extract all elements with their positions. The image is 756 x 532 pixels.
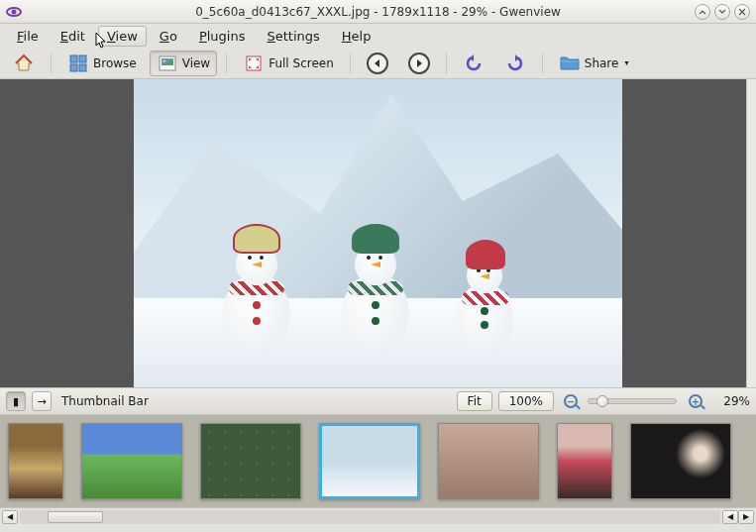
close-button[interactable] [734, 4, 750, 20]
svg-rect-2 [70, 55, 77, 62]
browse-button[interactable]: Browse [60, 51, 144, 76]
chevron-down-icon: ▾ [624, 58, 628, 67]
sidebar-handle[interactable] [746, 79, 756, 387]
menu-plugins[interactable]: Plugins [190, 26, 255, 47]
rotate-left-icon [463, 53, 485, 74]
svg-rect-4 [70, 64, 77, 71]
home-icon [13, 53, 35, 74]
fullscreen-icon [243, 53, 265, 74]
fit-button[interactable]: Fit [457, 391, 492, 411]
menu-go[interactable]: Go [151, 26, 186, 47]
window-title: 0_5c60a_d0413c67_XXXL.jpg - 1789x1118 - … [195, 5, 561, 19]
menu-file[interactable]: File [8, 26, 48, 47]
prev-button[interactable] [360, 51, 395, 76]
home-button[interactable] [6, 51, 42, 76]
browse-icon [67, 53, 89, 74]
menu-help[interactable]: Help [333, 26, 380, 47]
thumbnail-1[interactable] [81, 423, 182, 499]
scroll-track[interactable] [20, 510, 720, 524]
browse-label: Browse [93, 56, 137, 70]
thumbnail-6[interactable] [630, 423, 731, 499]
slider-thumb[interactable] [596, 395, 608, 407]
next-icon [408, 53, 430, 74]
scroll-right-button[interactable]: ▶ [738, 510, 754, 524]
zoom-slider[interactable] [588, 398, 677, 404]
svg-rect-5 [79, 64, 86, 71]
rotate-left-button[interactable] [456, 51, 491, 76]
fullscreen-label: Full Screen [269, 56, 334, 70]
view-icon [157, 53, 178, 74]
view-label: View [182, 56, 210, 70]
zoom-percent-label: 29% [714, 394, 750, 408]
rotate-right-icon [504, 53, 526, 74]
scroll-left-button[interactable]: ◀ [2, 510, 18, 524]
thumbnail-strip [0, 415, 756, 507]
minimize-button[interactable] [695, 4, 710, 20]
menubar: File Edit View Go Plugins Settings Help [0, 24, 756, 48]
control-bar: ▮ → Thumbnail Bar Fit 100% − + 29% [0, 387, 756, 415]
rotate-right-button[interactable] [497, 51, 533, 76]
svg-rect-3 [79, 55, 86, 62]
thumbnail-2[interactable] [200, 423, 301, 499]
zoom-out-icon[interactable]: − [564, 394, 578, 408]
thumbnail-0[interactable] [8, 423, 63, 499]
image-viewer[interactable] [0, 79, 756, 387]
view-button[interactable]: View [150, 51, 217, 76]
prev-icon [367, 53, 388, 74]
zoom-in-icon[interactable]: + [689, 394, 702, 408]
next-button[interactable] [401, 51, 437, 76]
svg-point-1 [12, 9, 17, 14]
thumbnail-5[interactable] [557, 423, 612, 499]
thumbnail-bar-label: Thumbnail Bar [61, 394, 149, 408]
app-icon [6, 4, 22, 20]
thumbnail-3[interactable] [319, 423, 420, 499]
maximize-button[interactable] [714, 4, 730, 20]
thumbnail-4[interactable] [438, 423, 539, 499]
scroll-left2-button[interactable]: ◀ [722, 510, 738, 524]
folder-icon [559, 53, 581, 74]
displayed-image [134, 79, 622, 387]
scroll-thumb[interactable] [48, 511, 103, 523]
share-button[interactable]: Share ▾ [552, 51, 636, 76]
fullscreen-button[interactable]: Full Screen [236, 51, 341, 76]
pin-button[interactable]: ▮ [6, 391, 26, 411]
menu-view[interactable]: View [98, 26, 147, 47]
share-label: Share [585, 56, 619, 70]
menu-settings[interactable]: Settings [258, 26, 328, 47]
menu-edit[interactable]: Edit [52, 26, 94, 47]
100-percent-button[interactable]: 100% [498, 391, 554, 411]
expand-button[interactable]: → [32, 391, 52, 411]
thumbnail-scrollbar: ◀ ◀ ▶ [0, 507, 756, 525]
titlebar: 0_5c60a_d0413c67_XXXL.jpg - 1789x1118 - … [0, 0, 756, 24]
toolbar: Browse View Full Screen Share ▾ [0, 48, 756, 79]
